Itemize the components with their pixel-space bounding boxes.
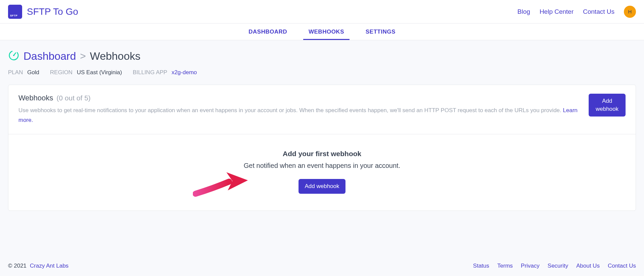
breadcrumb-current: Webhooks [90,50,141,62]
card-desc-text: Use webhooks to get real-time notificati… [18,107,563,113]
footer: © 2021 Crazy Ant Labs Status Terms Priva… [0,256,644,276]
tab-settings[interactable]: SETTINGS [366,24,395,40]
meta-billing-label: BILLING APP [133,69,167,76]
empty-state-title: Add your first webhook [18,150,626,158]
meta-plan-label: PLAN [8,69,23,76]
svg-marker-3 [226,172,248,190]
webhooks-card: Webhooks (0 out of 5) Use webhooks to ge… [8,85,636,211]
nav-link-blog[interactable]: Blog [518,8,530,15]
tab-webhooks[interactable]: WEBHOOKS [309,24,344,40]
footer-copyright: © 2021 [8,263,26,269]
footer-link-terms[interactable]: Terms [497,263,513,269]
add-webhook-button-header[interactable]: Add webhook [589,94,626,117]
tabs-bar: DASHBOARD WEBHOOKS SETTINGS [0,24,644,40]
card-count: (0 out of 5) [57,94,91,102]
meta-region: REGION US East (Virginia) [50,69,122,76]
footer-company-link[interactable]: Crazy Ant Labs [30,263,68,269]
card-header: Webhooks (0 out of 5) Use webhooks to ge… [8,85,636,134]
header-nav: Blog Help Center Contact Us H [518,6,636,18]
nav-link-contact-us[interactable]: Contact Us [583,8,614,15]
meta-billing: BILLING APP x2g-demo [133,69,197,76]
brand-logo-icon [8,5,22,19]
breadcrumb: Dashboard > Webhooks [8,50,636,62]
footer-link-about-us[interactable]: About Us [576,263,600,269]
nav-link-help-center[interactable]: Help Center [540,8,574,15]
breadcrumb-separator: > [80,50,86,62]
footer-link-security[interactable]: Security [548,263,568,269]
meta-region-label: REGION [50,69,72,76]
app-header: SFTP To Go Blog Help Center Contact Us H [0,0,644,24]
gauge-icon [8,50,19,62]
meta-row: PLAN Gold REGION US East (Virginia) BILL… [8,69,636,76]
avatar[interactable]: H [624,6,636,18]
card-description: Use webhooks to get real-time notificati… [18,106,582,125]
page-content: Dashboard > Webhooks PLAN Gold REGION US… [0,40,644,224]
brand-name: SFTP To Go [27,6,78,17]
card-body: Add your first webhook Get notified when… [8,134,636,211]
svg-line-2 [14,53,16,55]
footer-link-privacy[interactable]: Privacy [521,263,540,269]
add-webhook-button-main[interactable]: Add webhook [299,179,345,194]
card-header-left: Webhooks (0 out of 5) Use webhooks to ge… [18,94,589,125]
tab-dashboard[interactable]: DASHBOARD [249,24,287,40]
breadcrumb-dashboard[interactable]: Dashboard [23,50,76,62]
annotation-arrow-icon [193,170,250,200]
footer-link-contact-us[interactable]: Contact Us [608,263,636,269]
card-title: Webhooks [18,94,53,102]
empty-state-subtitle: Get notified when an event happens in yo… [18,162,626,170]
footer-link-status[interactable]: Status [473,263,489,269]
meta-plan-value: Gold [27,69,39,76]
meta-billing-value[interactable]: x2g-demo [171,69,197,76]
meta-plan: PLAN Gold [8,69,39,76]
brand[interactable]: SFTP To Go [8,5,78,19]
meta-region-value: US East (Virginia) [77,69,122,76]
